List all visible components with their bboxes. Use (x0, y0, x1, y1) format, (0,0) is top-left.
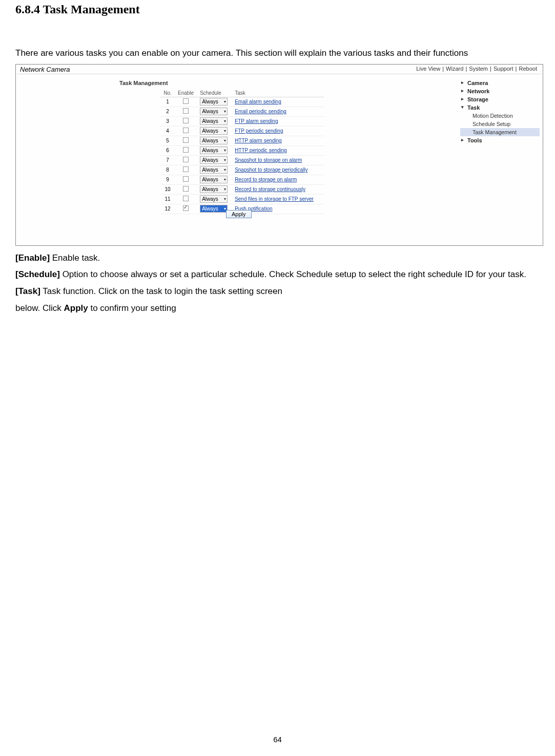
enable-checkbox[interactable] (183, 157, 189, 162)
enable-checkbox[interactable] (183, 176, 189, 182)
sidebar-item-camera[interactable]: Camera (460, 79, 540, 87)
task-link[interactable]: Record to storage continuously (235, 186, 305, 192)
cell-task: HTTP periodic sending (232, 145, 324, 155)
cell-enable (175, 97, 197, 107)
nav-wizard[interactable]: Wizard (446, 66, 463, 72)
table-row: 4AlwaysFTP periodic sending (160, 126, 324, 136)
cell-enable (175, 145, 197, 155)
sidebar-sub-schedule-setup[interactable]: Schedule Setup (460, 120, 540, 128)
def-task-label: [Task] (15, 286, 40, 296)
cell-schedule: Always (197, 155, 232, 165)
cell-schedule: Always (197, 175, 232, 184)
schedule-select[interactable]: Always (200, 108, 228, 115)
cell-enable (175, 175, 197, 184)
nav-reboot[interactable]: Reboot (519, 66, 537, 72)
nav-system[interactable]: System (469, 66, 488, 72)
enable-checkbox[interactable] (183, 108, 189, 114)
task-link[interactable]: Email periodic sending (235, 109, 286, 114)
def-below-text2: to confirm your setting (88, 303, 176, 313)
task-link[interactable]: FTP periodic sending (235, 128, 283, 134)
task-link[interactable]: Email alarm sending (235, 99, 281, 104)
cell-no: 11 (160, 194, 175, 204)
cell-no: 9 (160, 175, 175, 184)
sidebar-item-network[interactable]: Network (460, 87, 540, 95)
col-schedule: Schedule (197, 89, 232, 97)
task-table: No. Enable Schedule Task 1AlwaysEmail al… (160, 89, 324, 214)
sidebar-sub-motion-detection[interactable]: Motion Detection (460, 112, 540, 120)
task-link[interactable]: Send files in storage to FTP server (235, 196, 314, 202)
page-number: 64 (0, 735, 555, 744)
nav-support[interactable]: Support (494, 66, 513, 72)
schedule-select[interactable]: Always (200, 98, 228, 106)
sidebar-item-task[interactable]: Task (460, 103, 540, 112)
table-row: 9AlwaysRecord to storage on alarm (160, 175, 324, 184)
cell-enable (175, 126, 197, 136)
def-enable: [Enable] Enable task. (15, 252, 540, 265)
cell-no: 1 (160, 97, 175, 107)
sidebar-item-storage[interactable]: Storage (460, 95, 540, 103)
enable-checkbox[interactable] (183, 137, 189, 143)
cell-enable (175, 116, 197, 126)
cell-task: FTP alarm sending (232, 116, 324, 126)
enable-checkbox[interactable] (183, 128, 189, 133)
def-enable-label: [Enable] (15, 253, 50, 263)
schedule-select[interactable]: Always (200, 137, 228, 144)
enable-checkbox[interactable] (183, 118, 189, 123)
nav-live-view[interactable]: Live View (416, 66, 440, 72)
cell-schedule: Always (197, 165, 232, 175)
section-heading: 6.8.4 Task Management (15, 3, 540, 16)
task-link[interactable]: Snapshot to storage on alarm (235, 157, 302, 163)
cell-enable (175, 204, 197, 214)
def-task-text: Task function. Click on the task to logi… (40, 286, 282, 296)
table-row: 11AlwaysSend files in storage to FTP ser… (160, 194, 324, 204)
table-row: 10AlwaysRecord to storage continuously (160, 184, 324, 194)
schedule-select[interactable]: Always (200, 195, 228, 203)
task-link[interactable]: HTTP alarm sending (235, 138, 282, 143)
intro-paragraph: There are various tasks you can enable o… (15, 47, 540, 60)
enable-checkbox[interactable] (183, 186, 189, 192)
schedule-select[interactable]: Always (200, 146, 228, 154)
cell-enable (175, 136, 197, 145)
def-schedule: [Schedule] Option to choose always or se… (15, 268, 540, 281)
cell-schedule: Always (197, 145, 232, 155)
schedule-select[interactable]: Always (200, 205, 228, 213)
col-enable: Enable (175, 89, 197, 97)
def-below-bold: Apply (64, 303, 88, 313)
task-link[interactable]: Snapshot to storage periodically (235, 167, 307, 173)
cell-no: 8 (160, 165, 175, 175)
task-link[interactable]: HTTP periodic sending (235, 148, 287, 153)
cell-no: 5 (160, 136, 175, 145)
apply-button[interactable]: Apply (226, 210, 252, 218)
table-row: 5AlwaysHTTP alarm sending (160, 136, 324, 145)
cell-no: 7 (160, 155, 175, 165)
cell-no: 12 (160, 204, 175, 214)
cell-schedule: Always (197, 107, 232, 116)
table-row: 6AlwaysHTTP periodic sending (160, 145, 324, 155)
enable-checkbox[interactable] (183, 147, 189, 153)
schedule-select[interactable]: Always (200, 117, 228, 125)
app-title: Network Camera (20, 66, 70, 73)
enable-checkbox[interactable] (183, 205, 189, 211)
def-schedule-text: Option to choose always or set a particu… (60, 269, 526, 279)
schedule-select[interactable]: Always (200, 176, 228, 183)
cell-enable (175, 107, 197, 116)
sidebar-item-tools[interactable]: Tools (460, 136, 540, 144)
schedule-select[interactable]: Always (200, 156, 228, 164)
task-link[interactable]: FTP alarm sending (235, 118, 278, 124)
def-task: [Task] Task function. Click on the task … (15, 285, 540, 298)
cell-enable (175, 194, 197, 204)
enable-checkbox[interactable] (183, 166, 189, 172)
schedule-select[interactable]: Always (200, 127, 228, 135)
table-row: 7AlwaysSnapshot to storage on alarm (160, 155, 324, 165)
cell-task: Email periodic sending (232, 107, 324, 116)
cell-task: Send files in storage to FTP server (232, 194, 324, 204)
enable-checkbox[interactable] (183, 196, 189, 201)
schedule-select[interactable]: Always (200, 185, 228, 193)
cell-no: 4 (160, 126, 175, 136)
def-enable-text: Enable task. (50, 253, 100, 263)
schedule-select[interactable]: Always (200, 166, 228, 174)
enable-checkbox[interactable] (183, 98, 189, 104)
cell-task: Email alarm sending (232, 97, 324, 107)
task-link[interactable]: Record to storage on alarm (235, 177, 297, 182)
sidebar-sub-task-management[interactable]: Task Management (460, 128, 540, 136)
